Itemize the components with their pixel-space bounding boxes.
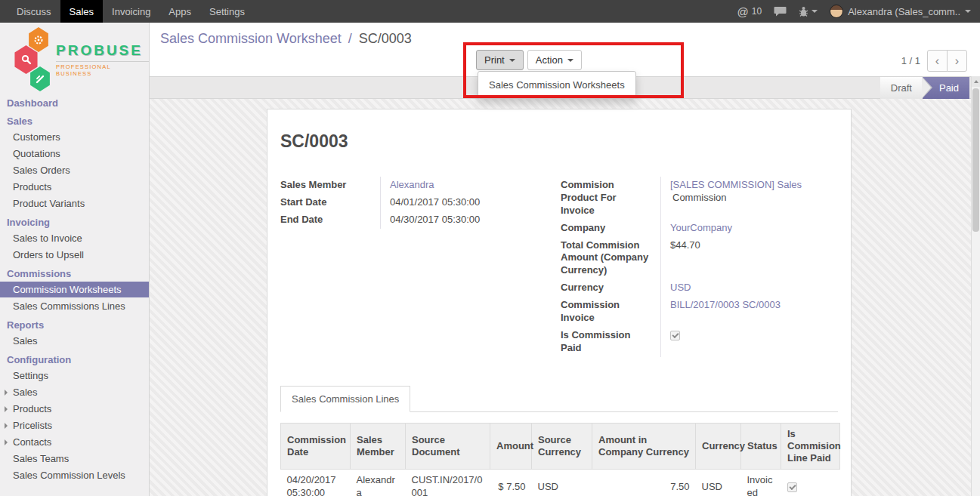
dropdown-item[interactable]: Sales Commission Worksheets [478, 75, 635, 95]
field-value-link[interactable]: Alexandra [390, 179, 434, 190]
column-header[interactable]: Source Document [406, 423, 490, 470]
field-value: $44.70 [660, 237, 838, 280]
sidebar-item[interactable]: Quotations [0, 146, 149, 162]
field-checkbox[interactable] [670, 331, 680, 340]
field-value: 04/30/2017 05:30:00 [380, 211, 549, 229]
sidebar-item[interactable]: Sales [0, 114, 149, 128]
column-header[interactable]: Is Commision Line Paid [781, 423, 840, 470]
expander-arrow-icon[interactable] [5, 423, 8, 429]
tab-sales-commission-lines[interactable]: Sales Commission Lines [280, 386, 410, 412]
sidebar-item[interactable]: Products [0, 179, 149, 195]
sidebar-item[interactable]: Sales Teams [0, 451, 149, 467]
sidebar-item[interactable]: Sales [0, 384, 149, 400]
sidebar-item[interactable]: Sales to Invoice [0, 230, 149, 246]
field-row: Company YourCompany [561, 220, 838, 237]
field-value-link[interactable]: [SALES COMMISSION] Sales [670, 179, 802, 190]
sidebar-item[interactable]: Customers [0, 129, 149, 145]
column-header[interactable]: Amount in Company Currency [592, 423, 696, 470]
sidebar-item[interactable]: Sales Commissions Lines [0, 298, 149, 314]
field-label: Sales Member [280, 177, 380, 194]
scrollbar-thumb[interactable] [972, 88, 979, 232]
field-label: Start Date [280, 194, 380, 211]
table-header-row: Commission Date Sales Member Source Docu… [281, 423, 840, 470]
notebook: Sales Commission Lines Com [280, 386, 838, 496]
column-header[interactable]: Commission Date [281, 423, 351, 470]
sidebar-item-label: Sales Commission Levels [13, 470, 125, 481]
statusbar: Draft Paid [880, 77, 969, 99]
topbar-menu-item[interactable]: Invoicing [103, 0, 159, 23]
messages-button[interactable] [774, 6, 787, 17]
column-header-label: Is Commision Line Paid [787, 428, 841, 464]
sidebar-item-label: Invoicing [7, 217, 50, 228]
column-header[interactable]: Status [741, 423, 781, 470]
sidebar-item[interactable]: Configuration [0, 353, 149, 367]
field-value-link[interactable]: YourCompany [670, 222, 732, 233]
topbar-menu-item[interactable]: Sales [60, 0, 104, 23]
sidebar-item-label: Customers [13, 131, 60, 143]
status-step-label: Draft [891, 82, 912, 94]
field-label: End Date [280, 211, 380, 229]
cell-sales-member: Alexandra [357, 474, 395, 496]
topbar-menu-item[interactable]: Discuss [8, 0, 60, 23]
main-area: SC/0003 Sales Member Alexandra [150, 99, 971, 496]
chevron-down-icon [812, 10, 818, 13]
topbar-menu-item[interactable]: Settings [200, 0, 254, 23]
sidebar-item[interactable]: Settings [0, 368, 149, 384]
column-header[interactable]: Sales Member [351, 423, 406, 470]
field-label: Commission Invoice [561, 297, 660, 327]
sidebar-item[interactable]: Orders to Upsell [0, 247, 149, 263]
debug-menu-button[interactable] [799, 6, 818, 17]
line-paid-checkbox[interactable] [787, 482, 797, 492]
sidebar-item-label: Product Variants [13, 198, 85, 209]
column-header[interactable]: Source Currency [532, 423, 592, 470]
scrollbar[interactable] [971, 76, 980, 496]
sidebar-item[interactable]: Sales [0, 333, 149, 349]
field-value: [SALES COMMISSION] Sales Commission [660, 177, 838, 220]
sidebar-item[interactable]: Commissions [0, 266, 149, 281]
pager-previous-button[interactable]: ‹ [927, 50, 948, 72]
column-header-label: Sales Member [357, 434, 394, 457]
sidebar-item[interactable]: Invoicing [0, 215, 149, 230]
topbar-right: @ 10 Alexandra (Sales_comm.. [737, 0, 980, 23]
expander-arrow-icon[interactable] [5, 439, 8, 445]
sidebar-item[interactable]: Commission Worksheets [0, 282, 149, 297]
status-step[interactable]: Draft [880, 77, 923, 99]
breadcrumb: Sales Commission Worksheet / SC/0003 [160, 31, 412, 47]
sidebar-item[interactable]: Product Variants [0, 196, 149, 211]
sidebar-item-label: Contacts [13, 436, 51, 448]
cell-commission-date: 04/20/2017 05:30:00 [287, 474, 336, 496]
breadcrumb-parent-link[interactable]: Sales Commission Worksheet [160, 31, 342, 46]
expander-arrow-icon[interactable] [5, 406, 8, 412]
column-header[interactable]: Amount [490, 423, 532, 470]
mentions-count: 10 [752, 6, 762, 17]
sidebar-item-label: Commission Worksheets [13, 284, 122, 295]
field-value-link[interactable]: BILL/2017/0003 SC/0003 [670, 299, 781, 310]
sidebar-item[interactable]: Reports [0, 318, 149, 332]
sidebar-item[interactable]: Contacts [0, 434, 149, 450]
print-button[interactable]: Print [476, 50, 524, 70]
column-header-label: Amount in Company Currency [598, 434, 689, 457]
topbar-menu-item[interactable]: Apps [159, 0, 200, 23]
column-header-label: Status [747, 440, 778, 451]
column-header[interactable]: Currency [696, 423, 741, 470]
scrollbar-up-arrow[interactable] [972, 76, 980, 87]
user-menu[interactable]: Alexandra (Sales_comm.. [830, 5, 971, 18]
tabs: Sales Commission Lines [280, 386, 838, 412]
cell-status: Invoiced [747, 474, 773, 496]
mentions-counter[interactable]: @ 10 [737, 5, 762, 18]
sidebar-item[interactable]: Sales Commission Levels [0, 467, 149, 483]
column-header-label: Amount [496, 440, 533, 451]
field-row: Sales Member Alexandra [280, 177, 549, 194]
sidebar-item[interactable]: Sales Orders [0, 162, 149, 178]
field-value-link[interactable]: USD [670, 282, 691, 293]
sidebar-item[interactable]: Dashboard [0, 96, 149, 110]
sidebar-item[interactable]: Pricelists [0, 417, 149, 433]
pager-next-button[interactable]: › [947, 50, 967, 72]
field-value: YourCompany [660, 220, 838, 237]
sidebar-item[interactable]: Products [0, 401, 149, 417]
action-button[interactable]: Action [527, 50, 582, 70]
expander-arrow-icon[interactable] [5, 390, 8, 396]
sidebar-item-label: Pricelists [13, 420, 52, 431]
table-row[interactable]: 04/20/2017 05:30:00 Alexandra CUST.IN/20… [281, 470, 840, 496]
topbar-menu-label: Sales [70, 6, 94, 17]
